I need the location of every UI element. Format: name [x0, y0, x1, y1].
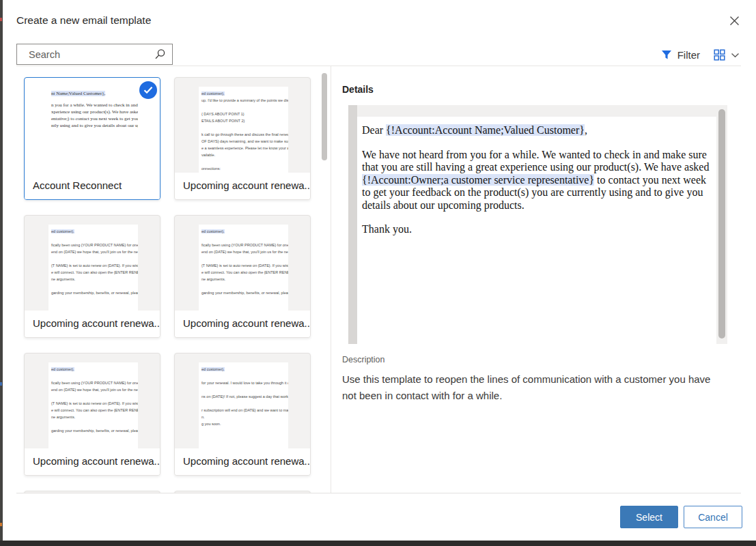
select-button[interactable]: Select	[620, 506, 678, 528]
template-name: Upcoming account renewa...	[25, 311, 160, 337]
preview-viewport: Dear {!Account:Account Name;Valued Custo…	[357, 105, 716, 344]
selected-check-badge	[139, 81, 157, 99]
view-switcher-button[interactable]	[714, 49, 740, 61]
thumbnail-text: ed customer),up. I'd like to provide a s…	[199, 87, 288, 173]
template-name: Upcoming account renewa...	[175, 448, 310, 475]
template-card-account-reconnect[interactable]: nt Name;Valued Customer},n you for a whi…	[24, 77, 160, 200]
template-list-scrollbar-thumb[interactable]	[322, 73, 327, 160]
preview-margin-strip	[348, 105, 357, 344]
template-card-upcoming-renewal-3[interactable]: ed customer), fically been using {YOUR P…	[174, 215, 311, 338]
background-page-edge	[0, 541, 756, 546]
dialog-title: Create a new email template	[16, 14, 151, 27]
cancel-button[interactable]: Cancel	[684, 506, 742, 528]
preview-closing: Thank you.	[362, 223, 711, 236]
close-button[interactable]	[727, 14, 741, 27]
merge-token-owner: {!Account:Owner;a customer service repre…	[362, 174, 594, 186]
background-pixel	[0, 523, 2, 526]
filter-label: Filter	[677, 49, 700, 61]
template-thumbnail: ed customer), fically been using {YOUR P…	[25, 354, 160, 448]
filter-funnel-icon	[661, 50, 672, 60]
preview-scrollbar-track	[716, 105, 727, 344]
template-name: Account Reconnect	[25, 173, 160, 199]
template-card-upcoming-renewal-5[interactable]: ed customer), for your renewal. I would …	[174, 353, 311, 476]
template-preview: Dear {!Account:Account Name;Valued Custo…	[348, 105, 727, 344]
template-card-upcoming-renewal-2[interactable]: ed customer), fically been using {YOUR P…	[24, 215, 160, 338]
template-grid: nt Name;Valued Customer},n you for a whi…	[16, 66, 331, 493]
preview-email-body: Dear {!Account:Account Name;Valued Custo…	[357, 117, 716, 344]
thumbnail-text: ed customer), fically been using {YOUR P…	[48, 225, 138, 311]
template-thumbnail: ed customer), fically been using {YOUR P…	[175, 216, 310, 311]
background-pixel	[0, 382, 2, 386]
details-heading: Details	[342, 84, 745, 95]
template-card-upcoming-renewal-1[interactable]: ed customer),up. I'd like to provide a s…	[174, 77, 311, 200]
template-thumbnail: ed customer), fically been using {YOUR P…	[25, 216, 160, 311]
template-name: Upcoming account renewa...	[25, 448, 160, 475]
search-box	[16, 44, 173, 65]
check-icon	[143, 86, 153, 94]
preview-paragraph: We have not heard from you for a while. …	[362, 149, 711, 212]
template-list-panel: nt Name;Valued Customer},n you for a whi…	[16, 66, 331, 493]
thumbnail-text: ed customer), fically been using {YOUR P…	[48, 362, 138, 448]
chevron-down-icon	[731, 51, 740, 59]
footer-divider	[16, 493, 741, 493]
template-card-upcoming-renewal-4[interactable]: ed customer), fically been using {YOUR P…	[24, 353, 160, 476]
search-icon[interactable]	[154, 48, 166, 60]
template-name: Upcoming account renewa...	[175, 311, 310, 337]
search-input[interactable]	[29, 44, 150, 64]
filter-button[interactable]: Filter	[661, 49, 700, 61]
create-email-template-dialog: Create a new email template Filter	[3, 0, 756, 541]
details-panel: Details Dear {!Account:Account Name;Valu…	[342, 66, 745, 404]
thumbnail-text: nt Name;Valued Customer},n you for a whi…	[48, 87, 138, 173]
template-name: Upcoming account renewa...	[175, 173, 310, 199]
background-pixel	[0, 18, 2, 21]
template-thumbnail: ed customer),up. I'd like to provide a s…	[175, 78, 310, 173]
grid-view-icon	[714, 49, 725, 61]
close-icon	[729, 16, 740, 26]
template-thumbnail: ed customer), for your renewal. I would …	[175, 354, 310, 448]
thumbnail-text: ed customer), fically been using {YOUR P…	[199, 225, 288, 311]
thumbnail-text: ed customer), for your renewal. I would …	[199, 362, 288, 448]
description-label: Description	[342, 355, 745, 364]
preview-scrollbar-thumb[interactable]	[718, 109, 725, 339]
toolbar-right: Filter	[661, 45, 740, 64]
description-text: Use this template to reopen the lines of…	[342, 371, 719, 404]
merge-token-account-name: {!Account:Account Name;Valued Customer}	[386, 124, 585, 136]
preview-greeting: Dear {!Account:Account Name;Valued Custo…	[362, 124, 711, 137]
